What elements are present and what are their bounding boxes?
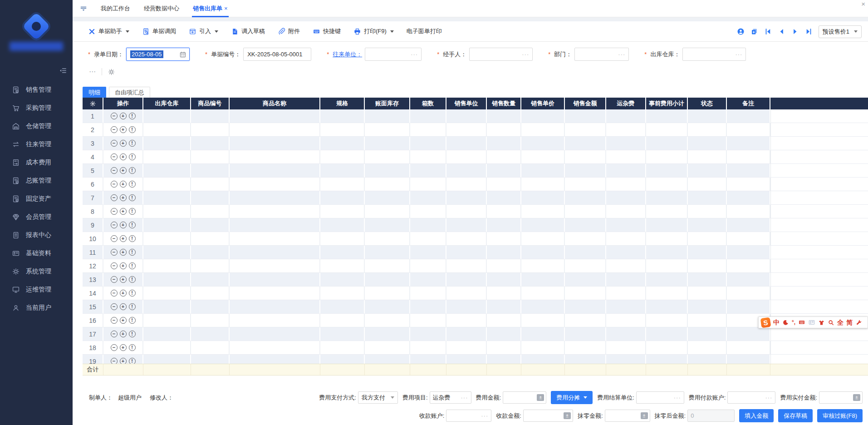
row-info-icon[interactable]: ! bbox=[129, 290, 136, 297]
grid-cell[interactable] bbox=[410, 218, 446, 232]
grid-cell[interactable] bbox=[365, 191, 410, 205]
grid-settings-gear-icon[interactable] bbox=[83, 98, 103, 109]
grid-cell[interactable] bbox=[410, 191, 446, 205]
grid-cell[interactable] bbox=[446, 123, 487, 137]
grid-cell[interactable] bbox=[446, 150, 487, 164]
grid-cell[interactable] bbox=[727, 355, 770, 364]
grid-cell[interactable] bbox=[646, 355, 688, 364]
column-header-7[interactable]: 箱数 bbox=[410, 98, 446, 109]
grid-cell[interactable] bbox=[688, 273, 727, 287]
grid-cell[interactable] bbox=[446, 259, 487, 273]
lookup-ellipsis-icon[interactable]: ··· bbox=[411, 51, 418, 58]
grid-cell[interactable] bbox=[230, 246, 320, 259]
grid-cell[interactable] bbox=[320, 232, 365, 246]
grid-cell[interactable] bbox=[230, 178, 320, 191]
grid-cell[interactable] bbox=[365, 150, 410, 164]
ime-id-card-icon[interactable] bbox=[808, 319, 815, 326]
expense-item-input[interactable]: ··· bbox=[430, 391, 471, 404]
grid-cell[interactable] bbox=[565, 137, 606, 150]
remove-row-icon[interactable]: − bbox=[111, 222, 118, 228]
lookup-input[interactable]: ··· bbox=[682, 48, 746, 61]
grid-cell[interactable] bbox=[521, 218, 565, 232]
grid-cell[interactable] bbox=[230, 191, 320, 205]
grid-cell[interactable] bbox=[446, 164, 487, 178]
calculator-icon[interactable]: ± bbox=[641, 412, 648, 419]
column-header-11[interactable]: 销售金额 bbox=[565, 98, 606, 109]
grid-cell[interactable] bbox=[565, 273, 606, 287]
grid-cell[interactable] bbox=[727, 109, 770, 123]
sidebar-item-6[interactable]: 总账管理 bbox=[0, 172, 73, 190]
grid-cell[interactable] bbox=[727, 341, 770, 355]
add-row-icon[interactable]: + bbox=[120, 126, 127, 133]
grid-cell[interactable] bbox=[688, 341, 727, 355]
grid-cell[interactable] bbox=[143, 191, 191, 205]
grid-cell[interactable] bbox=[410, 314, 446, 327]
grid-cell[interactable] bbox=[688, 246, 727, 259]
grid-cell[interactable] bbox=[727, 273, 770, 287]
add-row-icon[interactable]: + bbox=[120, 167, 127, 174]
sidebar-item-9[interactable]: 报表中心 bbox=[0, 226, 73, 244]
grid-cell[interactable] bbox=[191, 314, 230, 327]
add-row-icon[interactable]: + bbox=[120, 194, 127, 201]
grid-cell[interactable] bbox=[487, 246, 521, 259]
sidebar-item-4[interactable]: 往来管理 bbox=[0, 135, 73, 153]
grid-cell[interactable] bbox=[688, 164, 727, 178]
remove-row-icon[interactable]: − bbox=[111, 358, 118, 364]
grid-cell[interactable] bbox=[565, 232, 606, 246]
sidebar-item-12[interactable]: 运维管理 bbox=[0, 281, 73, 299]
grid-cell[interactable] bbox=[688, 123, 727, 137]
sidebar-item-13[interactable]: 当前用户 bbox=[0, 299, 73, 317]
grid-cell[interactable] bbox=[230, 355, 320, 364]
grid-cell[interactable] bbox=[487, 327, 521, 341]
grid-cell[interactable] bbox=[143, 164, 191, 178]
sidebar-item-7[interactable]: 固定资产 bbox=[0, 190, 73, 208]
grid-cell[interactable] bbox=[688, 137, 727, 150]
grid-cell[interactable] bbox=[606, 273, 646, 287]
nav-first-button[interactable] bbox=[764, 28, 772, 35]
grid-cell[interactable] bbox=[727, 205, 770, 218]
grid-cell[interactable] bbox=[565, 178, 606, 191]
grid-cell[interactable] bbox=[606, 164, 646, 178]
lookup-ellipsis-icon[interactable]: ··· bbox=[481, 412, 488, 419]
grid-cell[interactable] bbox=[606, 150, 646, 164]
grid-cell[interactable] bbox=[487, 191, 521, 205]
add-row-icon[interactable]: + bbox=[120, 262, 127, 269]
grid-cell[interactable] bbox=[606, 355, 646, 364]
grid-cell[interactable] bbox=[230, 137, 320, 150]
row-info-icon[interactable]: ! bbox=[129, 113, 136, 119]
grid-cell[interactable] bbox=[606, 246, 646, 259]
sidebar-item-8[interactable]: 会员管理 bbox=[0, 208, 73, 226]
row-info-icon[interactable]: ! bbox=[129, 208, 136, 215]
grid-cell[interactable] bbox=[320, 150, 365, 164]
text-input[interactable]: XK-2025-08-05-0001 bbox=[243, 48, 311, 61]
grid-cell[interactable] bbox=[410, 355, 446, 364]
remove-row-icon[interactable]: − bbox=[111, 181, 118, 188]
grid-cell[interactable] bbox=[320, 327, 365, 341]
tab-close-icon[interactable]: × bbox=[224, 5, 228, 12]
grid-cell[interactable] bbox=[521, 300, 565, 314]
detail-tab-1[interactable]: 明细 bbox=[83, 87, 106, 98]
grid-cell[interactable] bbox=[688, 232, 727, 246]
grid-cell[interactable] bbox=[191, 205, 230, 218]
grid-cell[interactable] bbox=[143, 355, 191, 364]
grid-cell[interactable] bbox=[143, 259, 191, 273]
remove-row-icon[interactable]: − bbox=[111, 303, 118, 310]
column-header-13[interactable]: 事前费用小计 bbox=[646, 98, 688, 109]
grid-cell[interactable] bbox=[410, 341, 446, 355]
add-row-icon[interactable]: + bbox=[120, 222, 127, 228]
add-row-icon[interactable]: + bbox=[120, 303, 127, 310]
save-draft-button[interactable]: 保存草稿 bbox=[778, 409, 813, 422]
grid-cell[interactable] bbox=[487, 178, 521, 191]
grid-cell[interactable] bbox=[521, 150, 565, 164]
grid-cell[interactable] bbox=[191, 137, 230, 150]
row-info-icon[interactable]: ! bbox=[129, 262, 136, 269]
grid-cell[interactable] bbox=[191, 178, 230, 191]
column-header-2[interactable]: 出库仓库 bbox=[143, 98, 191, 109]
add-row-icon[interactable]: + bbox=[120, 208, 127, 215]
add-row-icon[interactable]: + bbox=[120, 235, 127, 242]
row-info-icon[interactable]: ! bbox=[129, 276, 136, 283]
grid-cell[interactable] bbox=[487, 109, 521, 123]
grid-cell[interactable] bbox=[646, 287, 688, 300]
grid-cell[interactable] bbox=[320, 218, 365, 232]
grid-cell[interactable] bbox=[446, 273, 487, 287]
